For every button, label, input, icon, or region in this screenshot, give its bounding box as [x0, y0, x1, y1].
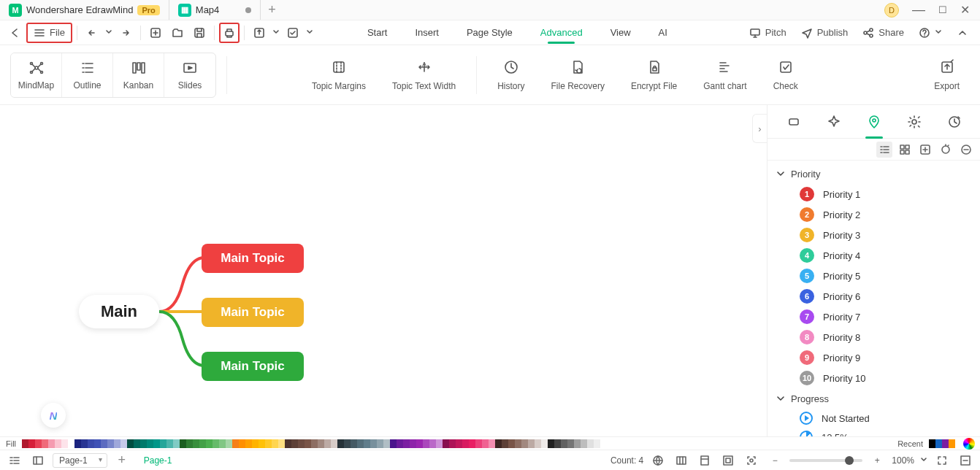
- swatch[interactable]: [272, 439, 278, 448]
- history-button[interactable]: History: [487, 53, 535, 98]
- view-mindmap[interactable]: MindMap: [11, 53, 62, 97]
- page-select[interactable]: Page-1: [53, 453, 107, 468]
- swatch[interactable]: [305, 439, 311, 448]
- maximize-button[interactable]: ☐: [938, 4, 947, 15]
- view-grid-button[interactable]: [897, 142, 913, 158]
- recent-swatch[interactable]: [929, 439, 935, 448]
- swatch[interactable]: [416, 439, 423, 448]
- swatch[interactable]: [147, 439, 153, 448]
- swatch[interactable]: [35, 439, 42, 448]
- swatch[interactable]: [213, 439, 219, 448]
- file-recovery-button[interactable]: File Recovery: [541, 53, 615, 98]
- sb-columns-button[interactable]: [673, 452, 690, 469]
- swatch[interactable]: [344, 439, 351, 448]
- reset-marker-button[interactable]: [938, 142, 954, 158]
- help-button[interactable]: [919, 27, 942, 39]
- swatch[interactable]: [22, 439, 28, 448]
- redo-button[interactable]: [115, 23, 136, 43]
- swatch[interactable]: [528, 439, 535, 448]
- swatch[interactable]: [114, 439, 120, 448]
- undo-button[interactable]: [82, 23, 102, 43]
- swatch[interactable]: [324, 439, 331, 448]
- pitch-button[interactable]: Pitch: [749, 27, 786, 39]
- swatch[interactable]: [567, 439, 574, 448]
- swatch[interactable]: [160, 439, 166, 448]
- swatch[interactable]: [127, 439, 134, 448]
- export-dropdown[interactable]: [271, 23, 281, 43]
- view-list-button[interactable]: [876, 142, 892, 158]
- progress-item-1[interactable]: 12.5%: [773, 428, 974, 436]
- check-dropdown[interactable]: [305, 23, 315, 43]
- swatch[interactable]: [311, 439, 318, 448]
- swatch[interactable]: [495, 439, 502, 448]
- sb-fit-button[interactable]: [719, 452, 737, 469]
- recent-swatch[interactable]: [942, 439, 949, 448]
- group-progress[interactable]: Progress: [773, 388, 974, 409]
- open-button[interactable]: [167, 23, 188, 43]
- swatch[interactable]: [554, 439, 561, 448]
- close-button[interactable]: ✕: [960, 3, 970, 17]
- swatch[interactable]: [403, 439, 410, 448]
- swatch[interactable]: [364, 439, 370, 448]
- swatch[interactable]: [74, 439, 81, 448]
- sb-globe-button[interactable]: [649, 452, 667, 469]
- swatch[interactable]: [397, 439, 403, 448]
- tab-view[interactable]: View: [609, 21, 632, 44]
- topic-node-1[interactable]: Main Topic: [202, 244, 304, 273]
- add-marker-button[interactable]: [917, 142, 933, 158]
- tab-page-style[interactable]: Page Style: [465, 21, 514, 44]
- swatch[interactable]: [462, 439, 469, 448]
- swatch[interactable]: [587, 439, 594, 448]
- swatch[interactable]: [265, 439, 272, 448]
- swatch[interactable]: [318, 439, 324, 448]
- priority-item-8[interactable]: 8Priority 8: [773, 327, 974, 347]
- swatch[interactable]: [535, 439, 541, 448]
- view-outline[interactable]: Outline: [62, 53, 113, 97]
- swatch[interactable]: [153, 439, 160, 448]
- swatch[interactable]: [489, 439, 495, 448]
- swatch[interactable]: [199, 439, 206, 448]
- priority-item-6[interactable]: 6Priority 6: [773, 286, 974, 307]
- zoom-dropdown[interactable]: [920, 455, 927, 466]
- swatch[interactable]: [186, 439, 193, 448]
- minimize-panels-button[interactable]: [957, 452, 974, 469]
- view-slides[interactable]: Slides: [164, 53, 215, 97]
- swatch[interactable]: [482, 439, 489, 448]
- undo-dropdown[interactable]: [104, 23, 114, 43]
- panel-tab-clock[interactable]: [940, 107, 969, 136]
- outline-toggle-button[interactable]: [6, 452, 23, 469]
- new-tab-button[interactable]: +: [261, 2, 283, 18]
- swatch[interactable]: [259, 439, 265, 448]
- priority-item-10[interactable]: 10Priority 10: [773, 368, 974, 388]
- sb-page-button[interactable]: [696, 452, 713, 469]
- add-page-button[interactable]: +: [113, 452, 131, 469]
- collapse-ribbon-button[interactable]: [957, 27, 968, 39]
- swatch[interactable]: [173, 439, 180, 448]
- swatch[interactable]: [581, 439, 587, 448]
- encrypt-file-button[interactable]: Encrypt File: [621, 53, 687, 98]
- swatch[interactable]: [81, 439, 88, 448]
- swatch[interactable]: [443, 439, 449, 448]
- publish-button[interactable]: Publish: [801, 27, 849, 39]
- print-button[interactable]: [219, 23, 240, 43]
- swatch[interactable]: [239, 439, 245, 448]
- fill-swatches[interactable]: [22, 439, 600, 448]
- tab-start[interactable]: Start: [366, 21, 388, 44]
- swatch[interactable]: [429, 439, 436, 448]
- swatch[interactable]: [166, 439, 173, 448]
- swatch[interactable]: [206, 439, 213, 448]
- check-button-small[interactable]: [283, 23, 303, 43]
- priority-item-7[interactable]: 7Priority 7: [773, 307, 974, 327]
- swatch[interactable]: [357, 439, 364, 448]
- zoom-in-button[interactable]: +: [868, 452, 886, 469]
- panel-collapse-button[interactable]: ›: [752, 114, 767, 143]
- swatch[interactable]: [515, 439, 521, 448]
- sb-focus-button[interactable]: [743, 452, 760, 469]
- save-button[interactable]: [189, 23, 210, 43]
- swatch[interactable]: [423, 439, 429, 448]
- zoom-out-button[interactable]: −: [766, 452, 784, 469]
- panel-tab-ai[interactable]: [819, 107, 849, 136]
- swatch[interactable]: [574, 439, 581, 448]
- priority-item-9[interactable]: 9Priority 9: [773, 347, 974, 368]
- canvas[interactable]: Main Main Topic Main Topic Main Topic N: [0, 105, 767, 436]
